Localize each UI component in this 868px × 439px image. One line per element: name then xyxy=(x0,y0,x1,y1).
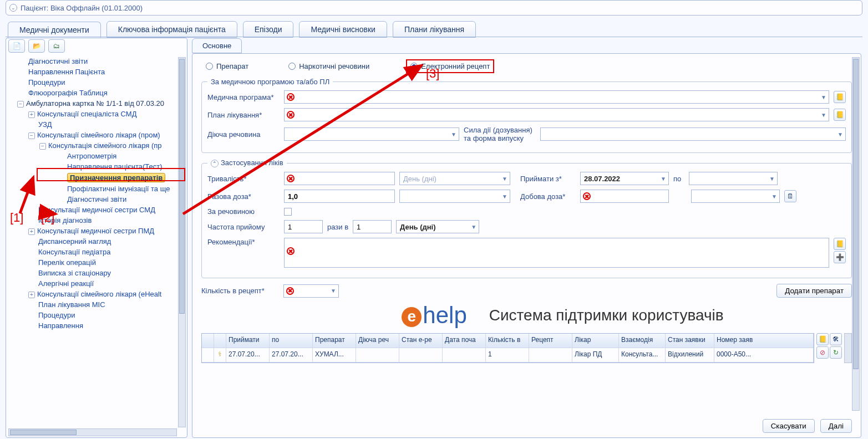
tree-hscroll[interactable] xyxy=(8,428,177,436)
field-plan[interactable]: ✖▼ xyxy=(284,108,829,121)
lookup-button[interactable]: 📒 xyxy=(834,91,846,103)
grid-edit-button[interactable]: 📒 xyxy=(816,333,829,345)
tree-item[interactable]: Направлення xyxy=(38,321,83,330)
next-button[interactable]: Далі xyxy=(820,419,852,433)
tree-item[interactable]: Процедури xyxy=(38,311,75,319)
field-take-from[interactable]: 28.07.2022▼ xyxy=(580,172,669,185)
tree-item[interactable]: Діагностичні звіти xyxy=(67,195,126,203)
document-tree-pane: 📄 📂 🗂 Діагностичні звіти Направлення Пац… xyxy=(6,38,187,438)
tree-item[interactable]: Консультації медичної сестри ПМД xyxy=(37,227,154,235)
tab-conclusions[interactable]: Медичні висновки xyxy=(299,21,387,38)
field-single-dose-unit[interactable]: ▼ xyxy=(399,190,510,203)
template-button[interactable]: 📒 xyxy=(834,238,846,250)
field-qty[interactable]: ✖▼ xyxy=(283,284,339,298)
document-tree[interactable]: Діагностичні звіти Направлення Пацієнта … xyxy=(6,56,182,427)
field-strength[interactable]: ▼ xyxy=(540,127,846,141)
calc-button[interactable]: 🗓 xyxy=(784,190,796,202)
grid-tools-button[interactable]: 🛠 xyxy=(830,333,842,345)
radio-drug[interactable]: Препарат xyxy=(202,60,252,72)
label-frequency: Частота прийому xyxy=(207,223,280,231)
collapse-icon[interactable]: − xyxy=(17,101,24,108)
label-by-substance: За речовиною xyxy=(207,207,280,216)
field-recommendations[interactable]: ✖ xyxy=(284,238,829,268)
field-freq-count[interactable] xyxy=(284,220,323,233)
tree-vscroll[interactable] xyxy=(178,57,186,427)
field-freq-unit[interactable]: День (дні)▼ xyxy=(396,220,479,233)
collapse-icon[interactable]: − xyxy=(28,132,35,139)
label-strength: Сила дії (дозування) та форма випуску xyxy=(464,126,536,142)
add-drug-button[interactable]: Додати препарат xyxy=(776,284,852,298)
field-duration-unit[interactable]: День (дні)▼ xyxy=(399,172,510,185)
patient-header: ⌄ Пацієнт: Віка Оффлайн (01.01.2000) xyxy=(6,0,862,16)
new-folder-button[interactable]: 🗂 xyxy=(48,39,65,53)
ehelp-logo-icon: e xyxy=(402,307,422,327)
radio-narcotic[interactable]: Наркотичні речовини xyxy=(285,60,373,72)
collapse-icon[interactable]: − xyxy=(39,143,46,150)
tree-item[interactable]: Консультації медичної сестри СМД xyxy=(38,206,155,214)
group-legend: За медичною програмою та/або ПЛ xyxy=(211,78,329,86)
tab-episodes[interactable]: Епізоди xyxy=(243,21,294,38)
expand-icon[interactable]: + xyxy=(28,111,35,118)
grid-refresh-button[interactable]: ↻ xyxy=(830,346,842,359)
tree-item[interactable]: Перелік операцій xyxy=(38,258,96,267)
cancel-button[interactable]: Скасувати xyxy=(763,419,815,433)
tree-item[interactable]: Історія діагнозів xyxy=(38,216,92,224)
tree-item[interactable]: Консультації сімейного лікаря (eHealt xyxy=(37,290,161,298)
add-template-button[interactable]: ➕ xyxy=(834,251,846,263)
grid-delete-button[interactable]: ⊘ xyxy=(816,346,829,359)
label-qty: Кількість в рецепт* xyxy=(201,287,279,295)
field-to[interactable]: ▼ xyxy=(689,172,778,185)
chevron-down-icon[interactable]: ⌄ xyxy=(9,4,17,12)
tree-item-selected[interactable]: Призначенння препаратів xyxy=(67,173,165,182)
tab-medical-docs[interactable]: Медичні документи xyxy=(8,22,101,38)
field-single-dose[interactable] xyxy=(284,190,395,203)
lookup-button[interactable]: 📒 xyxy=(834,109,846,121)
tab-key-info[interactable]: Ключова інформація пацієнта xyxy=(106,21,237,38)
field-substance[interactable]: ▼ xyxy=(284,127,459,141)
open-doc-button[interactable]: 📂 xyxy=(28,39,45,53)
checkbox-by-substance[interactable] xyxy=(284,208,292,216)
tree-item[interactable]: Амбулаторна картка № 1/1-1 від 07.03.20 xyxy=(26,99,164,108)
tree-item[interactable]: Направлення пацієнта(Тест) xyxy=(67,162,163,171)
tree-item[interactable]: Диспансерний нагляд xyxy=(38,237,111,246)
tree-item[interactable]: Процедури xyxy=(28,78,65,86)
tree-item[interactable]: Направлення Пацієнта xyxy=(28,68,105,76)
group-usage: ⌃Застосування ліків Тривалість* ✖ День (… xyxy=(201,159,852,278)
group-program: За медичною програмою та/або ПЛ Медична … xyxy=(201,78,852,153)
field-freq-per[interactable] xyxy=(353,220,392,233)
field-daily-dose[interactable]: ✖ xyxy=(580,190,669,203)
tree-item[interactable]: Алергічні реакції xyxy=(38,279,94,288)
chevron-up-icon[interactable]: ⌃ xyxy=(211,160,219,167)
table-row[interactable]: ⚕ 27.07.20... 27.07.20... ХУМАЛ... 1 Лік… xyxy=(202,348,814,363)
prescriptions-grid[interactable]: Приймати по Препарат Діюча реч Стан е-ре… xyxy=(201,333,814,363)
tree-item[interactable]: УЗД xyxy=(38,120,52,129)
tree-item[interactable]: Антропометрія xyxy=(67,152,116,160)
label-med-program: Медична програма* xyxy=(207,93,280,101)
tree-item[interactable]: Консультації педіатра xyxy=(38,248,110,256)
label-to: по xyxy=(673,175,684,183)
group-legend: Застосування ліків xyxy=(221,159,283,167)
label-daily-dose: Добова доза* xyxy=(520,192,576,201)
tree-item[interactable]: Консультації спеціаліста СМД xyxy=(37,110,136,118)
tree-item[interactable]: План лікування МІС xyxy=(38,300,105,309)
tree-item[interactable]: Виписка зі стаціонару xyxy=(38,269,111,277)
label-single-dose: Разова доза* xyxy=(207,192,280,201)
tree-item[interactable]: Профілактичні імунізації та ще xyxy=(67,185,170,193)
tree-item[interactable]: Консультації сімейного лікаря (пром) xyxy=(37,131,160,139)
expand-icon[interactable]: + xyxy=(28,292,35,298)
expand-icon[interactable]: + xyxy=(28,228,35,235)
radio-erecipe[interactable]: Електронний рецепт xyxy=(406,59,494,73)
field-daily-dose-unit[interactable]: ▼ xyxy=(691,190,780,203)
new-doc-button[interactable]: 📄 xyxy=(8,39,25,53)
label-duration: Тривалість* xyxy=(207,175,280,183)
grid-vscroll[interactable] xyxy=(844,333,852,363)
field-duration[interactable]: ✖ xyxy=(284,172,395,185)
tab-treatment-plans[interactable]: Плани лікування xyxy=(393,21,476,38)
patient-name: Пацієнт: Віка Оффлайн (01.01.2000) xyxy=(21,4,143,12)
tree-item[interactable]: Флюорографія Таблиця xyxy=(28,89,108,97)
tree-item[interactable]: Консультація сімейного лікаря (пр xyxy=(48,141,162,150)
form-vscroll[interactable] xyxy=(852,57,860,411)
tree-item[interactable]: Діагностичні звіти xyxy=(28,57,88,65)
field-med-program[interactable]: ✖▼ xyxy=(284,90,829,104)
form-tab-main[interactable]: Основне xyxy=(192,38,242,53)
